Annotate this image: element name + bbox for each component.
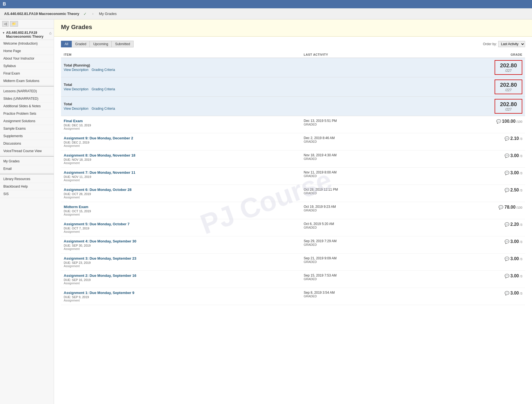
sidebar-item[interactable]: Lessons (NARRATED) — [0, 88, 54, 95]
assignment-activity-cell: Sep 8, 2019 3:54 AM GRADED — [301, 288, 423, 305]
col-grade: GRADE — [423, 52, 525, 58]
sidebar-item[interactable]: Email — [0, 165, 54, 173]
assignment-activity-cell: Oct 6, 2019 5:20 AM GRADED — [301, 219, 423, 236]
sidebar-item[interactable]: Library Resources — [0, 175, 54, 183]
assignment-row: Assignment 8: Due Monday, November 18 DU… — [61, 150, 525, 168]
assignment-type: Assignment — [64, 264, 298, 268]
assignment-title[interactable]: Midterm Exam — [64, 205, 88, 209]
filter-btn-upcoming[interactable]: Upcoming — [90, 41, 112, 47]
assignment-item-cell: Assignment 6: Due Monday, October 28 DUE… — [61, 185, 301, 202]
assignment-title[interactable]: Assignment 4: Due Monday, September 30 — [64, 239, 136, 243]
order-by: Order by: Last Activity Title Due Date — [483, 41, 525, 47]
sidebar-item[interactable]: Supplements — [0, 132, 54, 140]
sidebar-course-header: ▼ AS.440.602.81.FA19Macroeconomic Theory… — [0, 29, 54, 40]
total-links: View Description Grading Criteria — [64, 68, 298, 72]
assignment-title[interactable]: Assignment 9: Due Monday, December 2 — [64, 136, 133, 140]
filter-btn-all[interactable]: All — [61, 41, 72, 47]
assignment-title[interactable]: Assignment 2: Due Monday, September 16 — [64, 273, 136, 278]
assignment-grade-cell: 💬2.20 /3 — [423, 219, 525, 236]
assignment-due: DUE: DEC 2, 2019 — [64, 141, 298, 144]
sidebar-item[interactable]: About Your Instructor — [0, 55, 54, 62]
activity-date: Oct 6, 2019 5:20 AM — [304, 222, 420, 226]
filter-btn-submitted[interactable]: Submitted — [112, 41, 134, 47]
col-item: ITEM — [61, 52, 301, 58]
total-link[interactable]: Grading Criteria — [92, 107, 115, 111]
activity-date: Oct 19, 2019 9:23 AM — [304, 205, 420, 209]
activity-date: Nov 11, 2019 8:00 AM — [304, 170, 420, 174]
assignment-due: DUE: OCT 7, 2019 — [64, 227, 298, 230]
assignment-row: Assignment 5: Due Monday, October 7 DUE:… — [61, 219, 525, 236]
sidebar-item[interactable]: Welcome (Introduction) — [0, 40, 54, 47]
assignment-grade-cell: 💬3.00 /3 — [423, 150, 525, 168]
sidebar-item[interactable]: Midterm Exam Solutions — [0, 77, 54, 85]
assignment-grade-cell: 💬100.00 /100 — [423, 116, 525, 133]
sidebar-folder-button[interactable]: 📁 — [10, 21, 18, 27]
total-link[interactable]: View Description — [64, 107, 88, 111]
assignment-item-cell: Assignment 2: Due Monday, September 16 D… — [61, 271, 301, 288]
total-link[interactable]: View Description — [64, 87, 88, 91]
assignment-grade-cell: 💬2.50 /3 — [423, 185, 525, 202]
grade-denom: /3 — [519, 240, 522, 244]
assignment-title[interactable]: Assignment 1: Due Monday, September 9 — [64, 291, 134, 295]
activity-date: Sep 15, 2019 7:53 AM — [304, 273, 420, 277]
assignment-row: Assignment 2: Due Monday, September 16 D… — [61, 271, 525, 288]
activity-date: Dec 2, 2019 8:46 AM — [304, 136, 420, 140]
assignment-title[interactable]: Assignment 6: Due Monday, October 28 — [64, 188, 132, 192]
assignment-row: Assignment 6: Due Monday, October 28 DUE… — [61, 185, 525, 202]
assignment-title[interactable]: Final Exam — [64, 119, 83, 123]
sidebar-back-button[interactable]: ◁ — [2, 21, 9, 27]
grade-denom: /3 — [519, 154, 522, 158]
grades-tbody: Total (Running) View Description Grading… — [61, 58, 525, 305]
main-layout: ◁ 📁 ▼ AS.440.602.81.FA19Macroeconomic Th… — [0, 19, 532, 404]
assignment-type: Assignment — [64, 127, 298, 130]
grade-value: 2.10 — [510, 136, 519, 141]
assignment-title[interactable]: Assignment 7: Due Monday, November 11 — [64, 170, 135, 175]
activity-status: GRADED — [304, 295, 420, 298]
grades-content: AllGradedUpcomingSubmitted Order by: Las… — [54, 37, 532, 309]
assignment-title[interactable]: Assignment 8: Due Monday, November 18 — [64, 153, 135, 157]
sidebar-item[interactable]: My Grades — [0, 158, 54, 165]
page-title: My Grades — [61, 24, 525, 31]
total-grade-box: 202.80 /227 — [495, 80, 522, 94]
sidebar-item[interactable]: Practice Problem Sets — [0, 110, 54, 117]
grade-value: 78.00 — [504, 205, 515, 209]
content-area: My Grades AllGradedUpcomingSubmitted Ord… — [54, 19, 532, 404]
grades-table: ITEM LAST ACTIVITY GRADE Total (Running)… — [61, 52, 525, 305]
activity-date: Oct 28, 2019 12:11 PM — [304, 188, 420, 191]
assignment-grade-cell: 💬78.00 /100 — [423, 202, 525, 219]
assignment-title[interactable]: Assignment 3: Due Monday, September 23 — [64, 256, 136, 260]
comment-icon: 💬 — [505, 171, 509, 175]
total-link[interactable]: Grading Criteria — [92, 68, 115, 72]
course-bar: AS.440.602.81.FA19 Macroeconomic Theory … — [0, 8, 532, 19]
sidebar-item[interactable]: Final Exam — [0, 70, 54, 77]
assignment-type: Assignment — [64, 178, 298, 182]
sidebar-item[interactable]: Blackboard Help — [0, 183, 54, 190]
total-grade-box: 202.80 /227 — [495, 99, 522, 114]
sidebar: ◁ 📁 ▼ AS.440.602.81.FA19Macroeconomic Th… — [0, 19, 54, 404]
total-link[interactable]: View Description — [64, 68, 88, 72]
assignment-title[interactable]: Assignment 5: Due Monday, October 7 — [64, 222, 129, 226]
home-icon[interactable]: ⌂ — [49, 31, 52, 35]
col-activity: LAST ACTIVITY — [301, 52, 423, 58]
total-link[interactable]: Grading Criteria — [92, 87, 115, 91]
activity-date: Dec 13, 2019 5:51 PM — [304, 119, 420, 123]
sidebar-item[interactable]: Home Page — [0, 47, 54, 55]
grade-denom: /3 — [519, 275, 522, 278]
activity-status: GRADED — [304, 260, 420, 264]
assignment-type: Assignment — [64, 161, 298, 165]
sidebar-item[interactable]: Sample Exams — [0, 125, 54, 132]
total-title: Total — [64, 83, 298, 87]
sidebar-item[interactable]: Assignment Solutions — [0, 117, 54, 125]
sidebar-item[interactable]: SIS — [0, 190, 54, 198]
sidebar-item[interactable]: VoiceThread Course View — [0, 147, 54, 155]
sidebar-item[interactable]: Additional Slides & Notes — [0, 103, 54, 110]
sidebar-divider-3 — [0, 174, 54, 174]
order-by-select[interactable]: Last Activity Title Due Date — [498, 41, 525, 47]
activity-date: Sep 8, 2019 3:54 AM — [304, 291, 420, 295]
collapse-icon[interactable]: ▼ — [2, 31, 5, 34]
filter-btn-graded[interactable]: Graded — [72, 41, 90, 47]
assignment-item-cell: Assignment 7: Due Monday, November 11 DU… — [61, 168, 301, 185]
sidebar-item[interactable]: Syllabus — [0, 62, 54, 70]
sidebar-item[interactable]: Discussions — [0, 140, 54, 147]
sidebar-item[interactable]: Slides (UNNARRATED) — [0, 95, 54, 103]
